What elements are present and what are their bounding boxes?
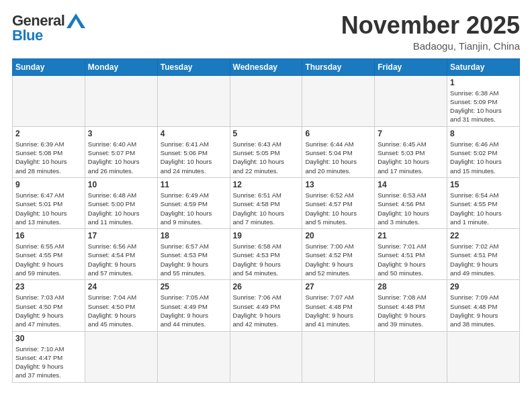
day-number: 22	[450, 231, 517, 240]
day-number: 12	[233, 180, 300, 189]
day-info: Sunrise: 6:41 AMSunset: 5:06 PMDaylight:…	[161, 140, 227, 175]
logo-blue: Blue	[12, 27, 43, 44]
day-number: 15	[450, 180, 517, 189]
weekday-header-tuesday: Tuesday	[157, 58, 230, 75]
day-info: Sunrise: 6:44 AMSunset: 5:04 PMDaylight:…	[305, 140, 371, 175]
calendar-cell: 14Sunrise: 6:53 AMSunset: 4:56 PMDayligh…	[375, 177, 447, 228]
calendar-cell: 17Sunrise: 6:56 AMSunset: 4:54 PMDayligh…	[85, 229, 157, 280]
day-info: Sunrise: 7:07 AMSunset: 4:48 PMDaylight:…	[305, 293, 371, 328]
calendar-cell	[375, 75, 447, 126]
calendar-body: 1Sunrise: 6:38 AMSunset: 5:09 PMDaylight…	[13, 75, 520, 382]
calendar-week-4: 23Sunrise: 7:03 AMSunset: 4:50 PMDayligh…	[13, 280, 520, 331]
calendar-cell	[230, 75, 302, 126]
day-number: 1	[450, 78, 517, 87]
calendar-cell	[302, 331, 375, 382]
day-number: 26	[233, 282, 300, 291]
calendar-cell: 3Sunrise: 6:40 AMSunset: 5:07 PMDaylight…	[85, 126, 157, 177]
day-number: 21	[378, 231, 444, 240]
calendar-cell	[302, 75, 375, 126]
day-number: 4	[161, 129, 227, 138]
day-number: 18	[161, 231, 227, 240]
day-info: Sunrise: 7:01 AMSunset: 4:51 PMDaylight:…	[378, 242, 444, 277]
day-info: Sunrise: 6:58 AMSunset: 4:53 PMDaylight:…	[233, 242, 300, 277]
day-info: Sunrise: 6:39 AMSunset: 5:08 PMDaylight:…	[15, 140, 82, 175]
calendar-cell: 19Sunrise: 6:58 AMSunset: 4:53 PMDayligh…	[230, 229, 302, 280]
weekday-header-thursday: Thursday	[302, 58, 375, 75]
calendar-week-0: 1Sunrise: 6:38 AMSunset: 5:09 PMDaylight…	[13, 75, 520, 126]
calendar-cell: 4Sunrise: 6:41 AMSunset: 5:06 PMDaylight…	[157, 126, 230, 177]
day-number: 13	[305, 180, 371, 189]
day-info: Sunrise: 7:00 AMSunset: 4:52 PMDaylight:…	[305, 242, 371, 277]
calendar-cell	[230, 331, 302, 382]
day-info: Sunrise: 7:09 AMSunset: 4:48 PMDaylight:…	[450, 293, 517, 328]
day-info: Sunrise: 7:06 AMSunset: 4:49 PMDaylight:…	[233, 293, 300, 328]
calendar-cell: 18Sunrise: 6:57 AMSunset: 4:53 PMDayligh…	[157, 229, 230, 280]
day-number: 8	[450, 129, 517, 138]
calendar-cell: 8Sunrise: 6:46 AMSunset: 5:02 PMDaylight…	[447, 126, 520, 177]
day-info: Sunrise: 6:56 AMSunset: 4:54 PMDaylight:…	[88, 242, 154, 277]
calendar-week-3: 16Sunrise: 6:55 AMSunset: 4:55 PMDayligh…	[13, 229, 520, 280]
calendar-cell: 6Sunrise: 6:44 AMSunset: 5:04 PMDaylight…	[302, 126, 375, 177]
calendar-cell: 5Sunrise: 6:43 AMSunset: 5:05 PMDaylight…	[230, 126, 302, 177]
calendar-cell: 12Sunrise: 6:51 AMSunset: 4:58 PMDayligh…	[230, 177, 302, 228]
day-number: 9	[15, 180, 82, 189]
weekday-header-sunday: Sunday	[13, 58, 85, 75]
calendar-cell: 28Sunrise: 7:08 AMSunset: 4:48 PMDayligh…	[375, 280, 447, 331]
calendar-cell: 11Sunrise: 6:49 AMSunset: 4:59 PMDayligh…	[157, 177, 230, 228]
calendar-cell: 16Sunrise: 6:55 AMSunset: 4:55 PMDayligh…	[13, 229, 85, 280]
weekday-header-monday: Monday	[85, 58, 157, 75]
weekday-header-wednesday: Wednesday	[230, 58, 302, 75]
calendar-cell: 22Sunrise: 7:02 AMSunset: 4:51 PMDayligh…	[447, 229, 520, 280]
day-info: Sunrise: 6:46 AMSunset: 5:02 PMDaylight:…	[450, 140, 517, 175]
calendar-cell	[85, 331, 157, 382]
day-info: Sunrise: 6:53 AMSunset: 4:56 PMDaylight:…	[378, 191, 444, 226]
day-number: 29	[450, 282, 517, 291]
day-info: Sunrise: 7:10 AMSunset: 4:47 PMDaylight:…	[15, 345, 82, 380]
calendar-cell: 25Sunrise: 7:05 AMSunset: 4:49 PMDayligh…	[157, 280, 230, 331]
day-info: Sunrise: 6:49 AMSunset: 4:59 PMDaylight:…	[161, 191, 227, 226]
day-number: 6	[305, 129, 371, 138]
month-title: November 2025	[341, 12, 520, 39]
calendar-cell: 27Sunrise: 7:07 AMSunset: 4:48 PMDayligh…	[302, 280, 375, 331]
day-number: 7	[378, 129, 444, 138]
logo-icon	[66, 13, 85, 28]
day-info: Sunrise: 6:57 AMSunset: 4:53 PMDaylight:…	[161, 242, 227, 277]
day-info: Sunrise: 6:54 AMSunset: 4:55 PMDaylight:…	[450, 191, 517, 226]
calendar-cell	[157, 331, 230, 382]
day-number: 11	[161, 180, 227, 189]
calendar-cell	[375, 331, 447, 382]
title-section: November 2025 Badaogu, Tianjin, China	[341, 12, 520, 52]
day-info: Sunrise: 6:52 AMSunset: 4:57 PMDaylight:…	[305, 191, 371, 226]
day-info: Sunrise: 6:47 AMSunset: 5:01 PMDaylight:…	[15, 191, 82, 226]
header: General Blue November 2025 Badaogu, Tian…	[12, 12, 520, 52]
calendar-cell	[157, 75, 230, 126]
calendar-cell	[85, 75, 157, 126]
calendar-cell: 26Sunrise: 7:06 AMSunset: 4:49 PMDayligh…	[230, 280, 302, 331]
calendar-cell: 29Sunrise: 7:09 AMSunset: 4:48 PMDayligh…	[447, 280, 520, 331]
calendar-cell: 2Sunrise: 6:39 AMSunset: 5:08 PMDaylight…	[13, 126, 85, 177]
day-info: Sunrise: 6:55 AMSunset: 4:55 PMDaylight:…	[15, 242, 82, 277]
day-number: 14	[378, 180, 444, 189]
day-info: Sunrise: 7:02 AMSunset: 4:51 PMDaylight:…	[450, 242, 517, 277]
day-number: 17	[88, 231, 154, 240]
day-info: Sunrise: 6:38 AMSunset: 5:09 PMDaylight:…	[450, 89, 517, 124]
calendar-cell	[447, 331, 520, 382]
day-info: Sunrise: 6:48 AMSunset: 5:00 PMDaylight:…	[88, 191, 154, 226]
calendar-cell: 30Sunrise: 7:10 AMSunset: 4:47 PMDayligh…	[13, 331, 85, 382]
day-number: 19	[233, 231, 300, 240]
day-number: 30	[15, 334, 82, 343]
calendar-cell: 24Sunrise: 7:04 AMSunset: 4:50 PMDayligh…	[85, 280, 157, 331]
day-number: 2	[15, 129, 82, 138]
day-number: 27	[305, 282, 371, 291]
weekday-header-friday: Friday	[375, 58, 447, 75]
calendar-week-1: 2Sunrise: 6:39 AMSunset: 5:08 PMDaylight…	[13, 126, 520, 177]
weekday-header-saturday: Saturday	[447, 58, 520, 75]
logo: General Blue	[12, 12, 85, 44]
day-info: Sunrise: 7:04 AMSunset: 4:50 PMDaylight:…	[88, 293, 154, 328]
day-number: 10	[88, 180, 154, 189]
day-number: 16	[15, 231, 82, 240]
calendar-cell: 7Sunrise: 6:45 AMSunset: 5:03 PMDaylight…	[375, 126, 447, 177]
location: Badaogu, Tianjin, China	[341, 40, 520, 52]
day-number: 3	[88, 129, 154, 138]
calendar: SundayMondayTuesdayWednesdayThursdayFrid…	[12, 58, 520, 383]
